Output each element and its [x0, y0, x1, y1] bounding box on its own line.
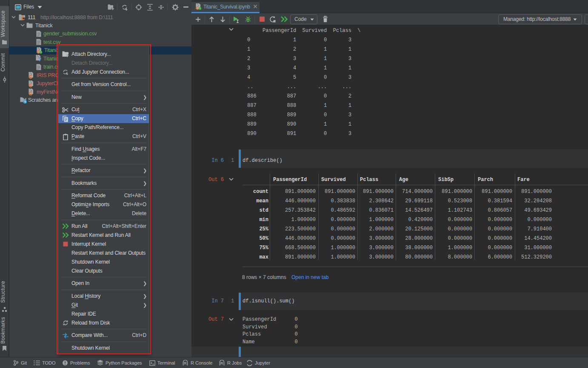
svg-text:?: ?: [38, 56, 42, 62]
svg-text:R: R: [184, 361, 187, 365]
svg-text:R: R: [220, 361, 223, 365]
